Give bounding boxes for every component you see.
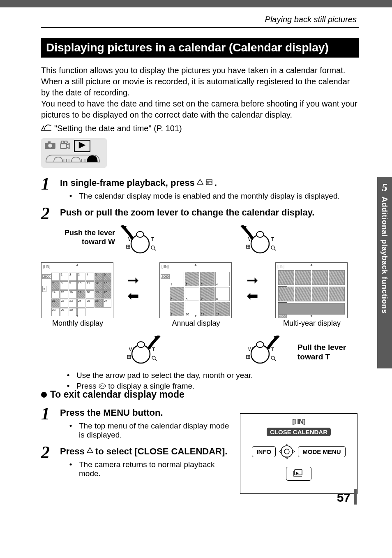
svg-rect-3: [61, 144, 67, 149]
page-marker-bar: [354, 489, 357, 505]
close-calendar-option[interactable]: CLOSE CALENDAR: [267, 428, 331, 436]
svg-point-37: [137, 342, 145, 347]
step-2: 2 Push or pull the zoom lever to change …: [41, 205, 359, 222]
arrow-pad-icon[interactable]: [278, 443, 295, 460]
svg-text:T: T: [152, 347, 155, 352]
step-number: 1: [41, 175, 53, 192]
cross-reference: "Setting the date and time" (P. 101): [41, 124, 359, 133]
svg-line-53: [274, 359, 276, 361]
running-head: Playing back still pictures: [41, 15, 357, 24]
reference-icon: [41, 124, 52, 133]
multiyear-display: ▲ [I IN] 2004 2005 2006 ▼ Multi-year dis…: [275, 262, 348, 328]
monthly-display: ▲ [I IN] 2005 6 123456789101112131415161…: [41, 262, 114, 328]
dial-slider-icon: [44, 152, 101, 164]
svg-line-35: [274, 249, 276, 250]
svg-point-56: [281, 446, 293, 457]
svg-text:W: W: [129, 347, 134, 352]
t-label: T: [151, 236, 154, 242]
svg-point-34: [271, 246, 274, 249]
svg-point-4: [61, 141, 64, 144]
pull-lever-label: Pull the lever toward T: [297, 343, 359, 362]
step-1-heading: In single-frame playback, press .: [60, 178, 359, 188]
step-number: 2: [41, 205, 53, 222]
mode-dial-illustration: [41, 138, 107, 168]
monthly-caption: Monthly display: [41, 319, 114, 328]
arrow-left-icon: ⬅: [247, 290, 258, 301]
step-1-bullets: The calendar display mode is enabled and…: [68, 192, 359, 201]
playback-thumbnail-button[interactable]: [286, 467, 311, 481]
svg-line-44: [155, 359, 157, 361]
step-2-bullet-2: Press OK to display a single frame.: [74, 382, 312, 391]
svg-point-46: [256, 342, 264, 347]
page-number-row: 57: [337, 489, 357, 505]
up-arrow-icon: [196, 178, 204, 188]
svg-text:T: T: [271, 347, 274, 352]
playback-icon: [74, 140, 90, 152]
svg-point-52: [271, 356, 274, 359]
camera-icon: [44, 141, 56, 151]
annual-caption: Annual display: [159, 319, 233, 328]
menu-screen: [I IN] CLOSE CALENDAR INFO: [240, 413, 357, 494]
svg-point-17: [211, 182, 212, 183]
svg-rect-58: [295, 470, 302, 475]
svg-point-28: [256, 232, 264, 237]
step-2-heading: Push or pull the zoom lever to change th…: [60, 207, 359, 218]
w-label: W: [128, 236, 133, 242]
exit-step-2-heading: Press to select [CLOSE CALENDAR].: [60, 446, 232, 457]
svg-point-43: [152, 356, 155, 359]
exit-step-2: 2 Press to select [CLOSE CALENDAR]. The …: [41, 444, 232, 480]
svg-point-2: [48, 144, 52, 148]
svg-text:W: W: [248, 347, 253, 352]
step-2-bullets: Use the arrow pad to select the day, mon…: [66, 371, 312, 393]
exit-step-1: 1 Press the MENU button. The top menu of…: [41, 405, 232, 441]
step-1-bullet: The calendar display mode is enabled and…: [76, 192, 359, 201]
arrow-left-icon: ⬅: [127, 290, 139, 301]
svg-point-15: [208, 182, 209, 183]
bullet-circle-icon: [41, 392, 47, 398]
step-1-heading-a: In single-frame playback, press: [60, 178, 195, 188]
svg-text:OK: OK: [100, 385, 104, 388]
multiyear-caption: Multi-year display: [275, 319, 348, 328]
page-number: 57: [337, 491, 350, 505]
svg-point-16: [210, 182, 210, 183]
exit-step-1-bullet: The top menu of the calendar display mod…: [76, 421, 232, 440]
zoom-flow-diagram: Push the lever toward W W T WT: [41, 225, 359, 385]
svg-point-5: [65, 141, 67, 144]
arrow-right-icon: ➞: [127, 275, 139, 286]
svg-text:T: T: [271, 236, 274, 242]
svg-point-21: [136, 232, 144, 237]
intro-paragraph: This function allows you to display the …: [41, 65, 359, 120]
movie-icon: [59, 141, 71, 151]
info-button[interactable]: INFO: [252, 446, 276, 457]
svg-text:W: W: [248, 236, 253, 242]
svg-point-18: [207, 183, 208, 184]
svg-rect-1: [48, 141, 51, 144]
menu-brand: [I IN]: [244, 418, 353, 426]
mode-menu-button[interactable]: MODE MENU: [298, 446, 345, 457]
step-number: 2: [41, 444, 53, 461]
step-1-heading-b: .: [214, 178, 217, 188]
svg-point-19: [208, 183, 209, 184]
svg-rect-12: [206, 180, 212, 185]
header-rule: [41, 27, 359, 28]
zoom-lever-icon: WT: [238, 336, 283, 364]
exit-step-1-heading: Press the MENU button.: [60, 408, 232, 418]
cross-reference-text: "Setting the date and time" (P. 101): [54, 124, 182, 133]
svg-point-25: [151, 246, 154, 249]
svg-point-14: [207, 182, 208, 183]
annual-display: ▲ [I IN] 2005 123456789101112 ▼ Annual d…: [159, 262, 233, 328]
exit-step-2-bullet: The camera returns to normal playback mo…: [76, 460, 232, 478]
push-lever-label: Push the lever toward W: [41, 229, 115, 246]
exit-step-1-bullets: The top menu of the calendar display mod…: [68, 421, 232, 440]
exit-step-2-bullets: The camera returns to normal playback mo…: [68, 460, 232, 478]
calendar-small-icon: [205, 178, 213, 188]
zoom-lever-icon: W T: [118, 225, 163, 254]
svg-line-26: [154, 249, 156, 250]
section-title: Displaying pictures in a calendar (Calen…: [41, 38, 359, 58]
svg-point-57: [284, 449, 289, 454]
step-1: 1 In single-frame playback, press . The …: [41, 175, 359, 202]
arrow-right-icon: ➞: [247, 275, 258, 286]
zoom-lever-icon: WT: [238, 225, 283, 254]
ok-button-icon: OK: [99, 382, 106, 391]
zoom-lever-icon: WT: [118, 336, 164, 364]
